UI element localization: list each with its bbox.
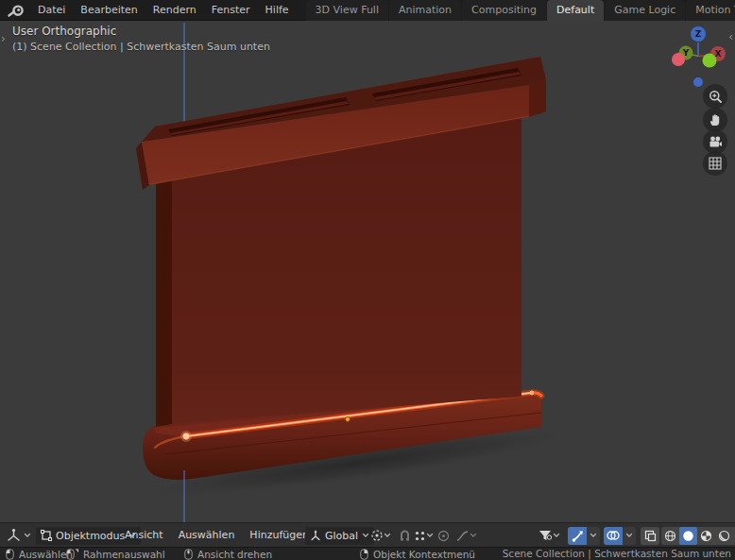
tab-animation[interactable]: Animation <box>389 0 461 21</box>
topbar: Datei Bearbeiten Rendern Fenster Hilfe 3… <box>0 0 735 21</box>
movie-camera-icon <box>709 136 723 148</box>
proportional-editing-icon <box>437 530 450 542</box>
view-name-label: User Orthographic <box>12 25 116 38</box>
right-mouse-icon <box>360 549 368 560</box>
svg-text:Y: Y <box>682 48 690 58</box>
shading-material-button[interactable] <box>697 527 715 545</box>
left-mouse-icon <box>6 549 14 560</box>
menu-hilfe[interactable]: Hilfe <box>258 0 297 21</box>
svg-text:X: X <box>715 49 722 59</box>
material-sphere-icon <box>700 530 712 542</box>
editor-3d-viewport-icon <box>6 528 22 543</box>
chevron-down-icon <box>426 533 434 538</box>
menu-rendern[interactable]: Rendern <box>145 0 204 21</box>
magnifier-plus-icon <box>709 90 723 104</box>
snap-target-icon <box>414 530 426 542</box>
proportional-editing-toggle[interactable] <box>437 523 450 548</box>
chevron-down-icon <box>470 533 477 538</box>
wall-left-face <box>156 180 172 427</box>
menu-ansicht[interactable]: Ansicht <box>117 523 171 548</box>
shading-solid-button[interactable] <box>679 527 697 545</box>
rail-right-face <box>529 79 546 117</box>
shading-mode-group <box>661 527 735 545</box>
snap-toggle[interactable] <box>399 523 411 548</box>
falloff-curve-icon <box>456 530 470 542</box>
magnet-icon <box>399 530 411 542</box>
menu-datei[interactable]: Datei <box>30 0 73 21</box>
menu-fenster[interactable]: Fenster <box>204 0 258 21</box>
global-orientation-icon <box>310 530 321 541</box>
chevron-down-icon <box>590 533 597 538</box>
viewport-3d[interactable]: User Orthographic (1) Scene Collection |… <box>0 21 735 522</box>
hint-context-menu: Objekt Kontextmenü <box>360 548 475 560</box>
pivot-point-dropdown[interactable] <box>370 523 391 548</box>
tab-3d-view-full[interactable]: 3D View Full <box>306 0 388 21</box>
viewport-header: Objektmodus Ansicht Auswählen Hinzufügen… <box>0 522 735 547</box>
hand-icon <box>709 113 722 127</box>
chevron-down-icon <box>362 533 369 538</box>
toolbar-expand-arrow[interactable]: › <box>1 33 6 44</box>
model-schwertkasten[interactable] <box>136 57 546 480</box>
transform-orientation-dropdown[interactable]: Global <box>305 527 374 545</box>
gizmo-arrow-icon <box>572 530 584 542</box>
overlays-toggle[interactable] <box>604 527 623 545</box>
tab-compositing[interactable]: Compositing <box>462 0 546 21</box>
xray-icon <box>644 530 657 542</box>
hint-rotate-view: Ansicht drehen <box>184 548 272 560</box>
tab-game-logic[interactable]: Game Logic <box>605 0 685 21</box>
viewport-canvas[interactable] <box>0 21 735 522</box>
gizmos-dropdown[interactable] <box>587 527 600 545</box>
rendered-sphere-icon <box>718 530 730 542</box>
blender-logo-icon[interactable] <box>8 3 25 18</box>
gizmo-axis-z-neg[interactable] <box>693 77 703 87</box>
solid-sphere-icon <box>682 530 694 542</box>
hint-box-select: Rahmenauswahl <box>66 548 165 560</box>
gizmos-toggle[interactable] <box>568 527 587 545</box>
hint-select: Auswählen <box>6 548 73 560</box>
xray-toggle[interactable] <box>641 527 659 545</box>
chevron-down-icon <box>553 533 560 538</box>
middle-mouse-icon <box>184 549 193 560</box>
snap-target-dropdown[interactable] <box>414 523 434 548</box>
status-bar: Auswählen Rahmenauswahl Ansicht drehen O… <box>0 547 735 560</box>
grid-icon <box>709 157 722 170</box>
shading-wireframe-button[interactable] <box>661 527 679 545</box>
falloff-dropdown[interactable] <box>456 523 477 548</box>
left-mouse-drag-icon <box>66 549 78 560</box>
wireframe-sphere-icon <box>664 530 676 542</box>
overlays-dropdown[interactable] <box>623 527 636 545</box>
navigation-gizmo[interactable]: Z Y X <box>665 25 733 93</box>
active-object-label: (1) Scene Collection | Schwertkasten Sau… <box>12 41 270 53</box>
editor-type-button[interactable] <box>6 523 31 548</box>
workspace-tabs: 3D View Full Animation Compositing Defau… <box>306 0 735 21</box>
menu-auswaehlen[interactable]: Auswählen <box>171 523 243 548</box>
tab-motion-tracking[interactable]: Motion Tracking <box>686 0 735 21</box>
mode-label: Objektmodus <box>56 530 125 542</box>
filter-funnel-icon <box>538 529 553 542</box>
object-type-visibility-dropdown[interactable] <box>538 523 560 548</box>
chevron-down-icon <box>24 533 31 538</box>
chevron-down-icon <box>384 533 391 538</box>
shading-rendered-button[interactable] <box>715 527 733 545</box>
active-context-path: Scene Collection | Schwertkasten Saum un… <box>503 548 731 560</box>
overlays-icon <box>607 530 620 541</box>
menu-bearbeiten[interactable]: Bearbeiten <box>73 0 145 21</box>
perspective-toggle-button[interactable] <box>703 151 727 176</box>
zoom-button[interactable] <box>703 84 727 109</box>
object-mode-icon <box>41 530 52 541</box>
chevron-down-icon <box>625 533 633 538</box>
tab-default[interactable]: Default <box>547 0 604 21</box>
object-origin-dot <box>346 417 350 422</box>
pivot-point-icon <box>370 529 384 542</box>
orientation-label: Global <box>325 530 358 542</box>
svg-text:Z: Z <box>695 29 702 39</box>
